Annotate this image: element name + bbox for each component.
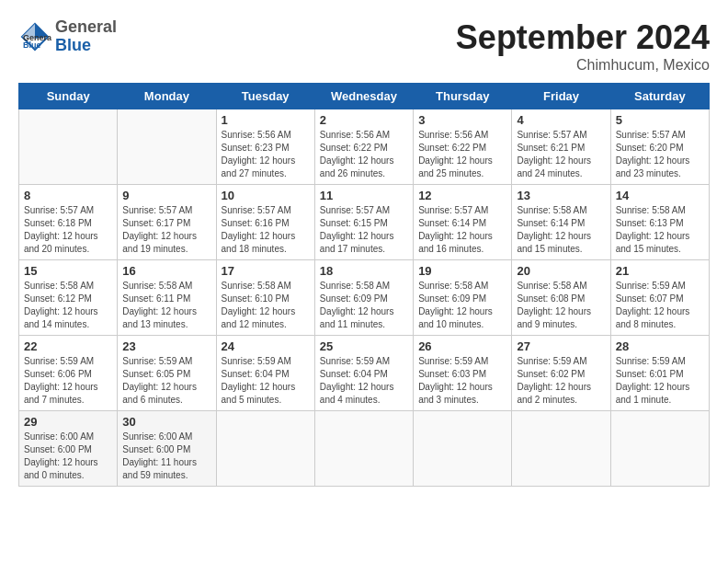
day-info: Sunrise: 5:58 AMSunset: 6:13 PMDaylight:…: [616, 205, 690, 254]
day-number: 10: [222, 189, 310, 202]
day-number: 21: [616, 264, 704, 278]
day-number: 8: [24, 189, 112, 202]
day-info: Sunrise: 5:59 AMSunset: 6:04 PMDaylight:…: [222, 356, 296, 405]
day-info: Sunrise: 5:58 AMSunset: 6:09 PMDaylight:…: [320, 281, 394, 329]
day-number: 18: [320, 264, 408, 278]
day-info: Sunrise: 5:57 AMSunset: 6:17 PMDaylight:…: [122, 205, 197, 254]
table-row: 18 Sunrise: 5:58 AMSunset: 6:09 PMDaylig…: [314, 260, 413, 336]
day-info: Sunrise: 5:57 AMSunset: 6:16 PMDaylight:…: [222, 205, 296, 254]
table-row: 23 Sunrise: 5:59 AMSunset: 6:05 PMDaylig…: [118, 336, 216, 411]
table-row: 9 Sunrise: 5:57 AMSunset: 6:17 PMDayligh…: [118, 185, 216, 260]
day-info: Sunrise: 5:59 AMSunset: 6:04 PMDaylight:…: [320, 356, 394, 405]
day-info: Sunrise: 5:57 AMSunset: 6:15 PMDaylight:…: [320, 205, 394, 254]
table-row: 24 Sunrise: 5:59 AMSunset: 6:04 PMDaylig…: [216, 336, 314, 411]
col-monday: Monday: [118, 84, 216, 109]
logo-icon: General Blue: [18, 20, 51, 53]
table-row: 21 Sunrise: 5:59 AMSunset: 6:07 PMDaylig…: [610, 260, 709, 336]
table-row: 19 Sunrise: 5:58 AMSunset: 6:09 PMDaylig…: [414, 260, 512, 336]
day-info: Sunrise: 5:59 AMSunset: 6:01 PMDaylight:…: [616, 356, 690, 405]
day-info: Sunrise: 5:59 AMSunset: 6:07 PMDaylight:…: [616, 281, 690, 329]
table-row: 22 Sunrise: 5:59 AMSunset: 6:06 PMDaylig…: [19, 336, 118, 411]
day-number: 5: [616, 113, 704, 127]
day-number: 23: [122, 339, 210, 353]
day-number: 16: [122, 264, 210, 278]
day-info: Sunrise: 6:00 AMSunset: 6:00 PMDaylight:…: [122, 431, 197, 480]
day-info: Sunrise: 5:56 AMSunset: 6:22 PMDaylight:…: [418, 130, 493, 178]
day-number: 20: [517, 264, 605, 278]
day-number: 28: [616, 339, 704, 353]
table-row: 26 Sunrise: 5:59 AMSunset: 6:03 PMDaylig…: [414, 336, 512, 411]
table-row: 30 Sunrise: 6:00 AMSunset: 6:00 PMDaylig…: [118, 411, 216, 487]
table-row: 14 Sunrise: 5:58 AMSunset: 6:13 PMDaylig…: [610, 185, 709, 260]
logo: General Blue General Blue: [18, 18, 117, 55]
day-info: Sunrise: 5:57 AMSunset: 6:21 PMDaylight:…: [517, 130, 591, 178]
day-info: Sunrise: 6:00 AMSunset: 6:00 PMDaylight:…: [24, 431, 98, 480]
calendar-header-row: Sunday Monday Tuesday Wednesday Thursday…: [19, 84, 710, 109]
table-row: 5 Sunrise: 5:57 AMSunset: 6:20 PMDayligh…: [610, 109, 709, 185]
day-number: 14: [616, 189, 704, 202]
col-saturday: Saturday: [610, 84, 709, 109]
day-number: 12: [418, 189, 506, 202]
table-row: 16 Sunrise: 5:58 AMSunset: 6:11 PMDaylig…: [118, 260, 216, 336]
day-number: 29: [24, 415, 112, 429]
day-number: 2: [320, 113, 408, 127]
day-number: 17: [222, 264, 310, 278]
day-info: Sunrise: 5:58 AMSunset: 6:08 PMDaylight:…: [517, 281, 591, 329]
logo-general-text: General: [55, 18, 117, 37]
table-row: 3 Sunrise: 5:56 AMSunset: 6:22 PMDayligh…: [414, 109, 512, 185]
day-info: Sunrise: 5:58 AMSunset: 6:11 PMDaylight:…: [122, 281, 197, 329]
day-info: Sunrise: 5:56 AMSunset: 6:22 PMDaylight:…: [320, 130, 394, 178]
svg-text:Blue: Blue: [23, 40, 41, 50]
day-number: 9: [122, 189, 210, 202]
day-info: Sunrise: 5:59 AMSunset: 6:03 PMDaylight:…: [418, 356, 493, 405]
table-row: 2 Sunrise: 5:56 AMSunset: 6:22 PMDayligh…: [314, 109, 413, 185]
day-info: Sunrise: 5:59 AMSunset: 6:05 PMDaylight:…: [122, 356, 197, 405]
day-number: 25: [320, 339, 408, 353]
table-row: 20 Sunrise: 5:58 AMSunset: 6:08 PMDaylig…: [512, 260, 610, 336]
col-thursday: Thursday: [414, 84, 512, 109]
calendar-week-0: 1 Sunrise: 5:56 AMSunset: 6:23 PMDayligh…: [19, 109, 710, 185]
day-info: Sunrise: 5:56 AMSunset: 6:23 PMDaylight:…: [222, 130, 296, 178]
table-row: [216, 411, 314, 487]
table-row: [118, 109, 216, 185]
table-row: 25 Sunrise: 5:59 AMSunset: 6:04 PMDaylig…: [314, 336, 413, 411]
day-number: 4: [517, 113, 605, 127]
table-row: [610, 411, 709, 487]
day-number: 24: [222, 339, 310, 353]
day-info: Sunrise: 5:58 AMSunset: 6:14 PMDaylight:…: [517, 205, 591, 254]
day-info: Sunrise: 5:58 AMSunset: 6:10 PMDaylight:…: [222, 281, 296, 329]
day-number: 13: [517, 189, 605, 202]
day-number: 30: [122, 415, 210, 429]
table-row: 8 Sunrise: 5:57 AMSunset: 6:18 PMDayligh…: [19, 185, 118, 260]
day-info: Sunrise: 5:58 AMSunset: 6:12 PMDaylight:…: [24, 281, 98, 329]
table-row: [19, 109, 118, 185]
title-area: September 2024 Chimhucum, Mexico: [456, 18, 710, 74]
day-info: Sunrise: 5:57 AMSunset: 6:14 PMDaylight:…: [418, 205, 493, 254]
page-header: General Blue General Blue September 2024…: [18, 18, 710, 74]
day-number: 3: [418, 113, 506, 127]
col-friday: Friday: [512, 84, 610, 109]
table-row: 11 Sunrise: 5:57 AMSunset: 6:15 PMDaylig…: [314, 185, 413, 260]
calendar-week-4: 29 Sunrise: 6:00 AMSunset: 6:00 PMDaylig…: [19, 411, 710, 487]
day-number: 19: [418, 264, 506, 278]
logo-blue-text: Blue: [55, 37, 117, 55]
table-row: [314, 411, 413, 487]
table-row: [512, 411, 610, 487]
day-info: Sunrise: 5:57 AMSunset: 6:18 PMDaylight:…: [24, 205, 98, 254]
table-row: 28 Sunrise: 5:59 AMSunset: 6:01 PMDaylig…: [610, 336, 709, 411]
calendar-week-1: 8 Sunrise: 5:57 AMSunset: 6:18 PMDayligh…: [19, 185, 710, 260]
calendar-week-3: 22 Sunrise: 5:59 AMSunset: 6:06 PMDaylig…: [19, 336, 710, 411]
calendar-week-2: 15 Sunrise: 5:58 AMSunset: 6:12 PMDaylig…: [19, 260, 710, 336]
location: Chimhucum, Mexico: [456, 57, 710, 74]
day-info: Sunrise: 5:59 AMSunset: 6:06 PMDaylight:…: [24, 356, 98, 405]
day-number: 15: [24, 264, 112, 278]
col-wednesday: Wednesday: [314, 84, 413, 109]
table-row: 4 Sunrise: 5:57 AMSunset: 6:21 PMDayligh…: [512, 109, 610, 185]
day-number: 1: [222, 113, 310, 127]
table-row: 1 Sunrise: 5:56 AMSunset: 6:23 PMDayligh…: [216, 109, 314, 185]
calendar-table: Sunday Monday Tuesday Wednesday Thursday…: [18, 83, 710, 487]
day-info: Sunrise: 5:58 AMSunset: 6:09 PMDaylight:…: [418, 281, 493, 329]
table-row: 10 Sunrise: 5:57 AMSunset: 6:16 PMDaylig…: [216, 185, 314, 260]
day-number: 22: [24, 339, 112, 353]
day-number: 26: [418, 339, 506, 353]
